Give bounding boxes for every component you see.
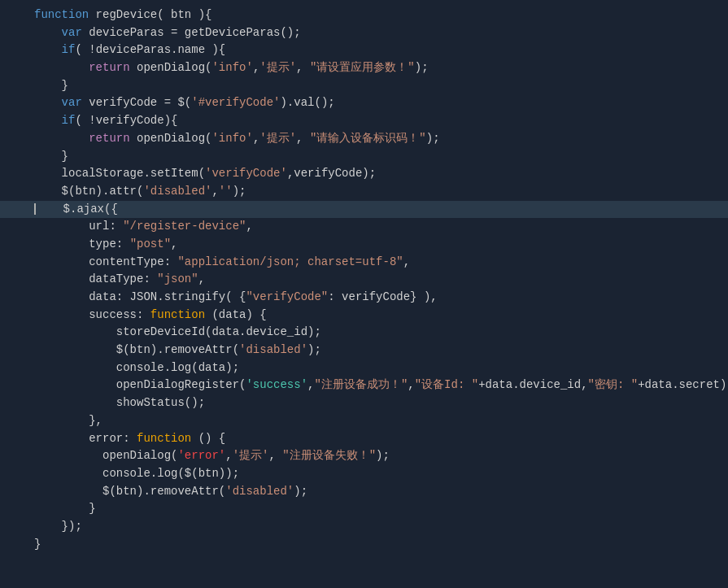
token: 'success': [246, 378, 307, 391]
token: }: [34, 538, 41, 551]
token: ,: [225, 449, 232, 462]
token: 'disabled': [239, 343, 307, 356]
token: return: [89, 132, 129, 145]
line-content: error: function () {: [29, 430, 728, 448]
code-line: }: [0, 148, 728, 166]
code-line: $.ajax({: [0, 201, 728, 219]
token: ).val();: [280, 96, 334, 109]
code-line: localStorage.setItem('verifyCode',verify…: [0, 165, 728, 183]
token: var: [62, 96, 82, 109]
code-editor: function regDevice( btn ){ var devicePar…: [0, 0, 728, 588]
line-content: },: [29, 412, 728, 430]
token: 'info': [211, 61, 252, 74]
token: +data.secret);: [638, 378, 728, 391]
token: $(btn).attr(: [34, 185, 143, 198]
code-line: showStatus();: [0, 394, 728, 412]
token: );: [307, 343, 321, 356]
token: ,: [408, 378, 414, 391]
line-content: var verifyCode = $('#verifyCode').val();: [29, 94, 728, 112]
token: type:: [34, 237, 130, 250]
token: "注册设备失败！": [282, 449, 376, 462]
token: ,: [403, 255, 410, 268]
token: localStorage.setItem(: [34, 167, 205, 180]
code-line: success: function (data) {: [0, 307, 728, 324]
line-content: }: [29, 148, 728, 166]
token: error:: [34, 432, 137, 445]
token: }: [34, 79, 68, 92]
token: openDialog(: [130, 61, 212, 74]
token: '提示': [259, 132, 296, 145]
code-line: }: [0, 536, 728, 554]
token: '#verifyCode': [191, 96, 280, 109]
token: "application/json; charset=utf-8": [177, 255, 403, 268]
code-line: var verifyCode = $('#verifyCode').val();: [0, 94, 728, 112]
code-line: error: function () {: [0, 430, 728, 448]
line-content: }: [29, 77, 728, 95]
code-line: });: [0, 518, 728, 536]
token: [34, 43, 62, 56]
token: [34, 132, 89, 145]
token: );: [294, 485, 307, 498]
token: ,: [171, 237, 177, 250]
line-content: openDialog('error','提示', "注册设备失败！");: [29, 447, 728, 465]
line-content: if( !verifyCode){: [29, 112, 728, 130]
line-content: }: [29, 536, 728, 554]
token: openDialog(: [34, 449, 177, 462]
token: ,verifyCode);: [287, 167, 376, 180]
line-content: storeDeviceId(data.device_id);: [29, 324, 728, 342]
code-line: console.log(data);: [0, 359, 728, 377]
token: ,: [198, 272, 205, 285]
code-line: openDialogRegister('success',"注册设备成功！","…: [0, 377, 728, 394]
line-content: $(btn).removeAttr('disabled');: [29, 483, 728, 501]
token: "json": [157, 272, 198, 285]
line-content: $.ajax({: [29, 201, 728, 219]
code-line: function regDevice( btn ){: [0, 7, 728, 24]
code-line: return openDialog('info','提示', "请设置应用参数！…: [0, 59, 728, 77]
token: '': [219, 185, 233, 198]
line-content: return openDialog('info','提示', "请设置应用参数！…: [29, 59, 728, 77]
token: '提示': [259, 61, 296, 74]
token: 'verifyCode': [205, 167, 287, 180]
token: }: [34, 502, 96, 515]
token: showStatus();: [34, 396, 205, 409]
token: "设备Id: ": [415, 378, 478, 391]
line-content: localStorage.setItem('verifyCode',verify…: [29, 165, 728, 183]
code-line: }: [0, 77, 728, 95]
line-content: }: [29, 500, 728, 518]
line-content: function regDevice( btn ){: [29, 7, 728, 24]
code-line: type: "post",: [0, 236, 728, 254]
code-line: if( !verifyCode){: [0, 112, 728, 130]
token: +data.device_id,: [478, 378, 587, 391]
line-content: url: "/register-device",: [29, 218, 728, 236]
token: $.ajax({: [36, 203, 118, 216]
token: contentType:: [34, 255, 177, 268]
token: data: JSON.stringify( {: [34, 290, 246, 303]
token: "请输入设备标识码！": [310, 132, 426, 145]
token: "密钥: ": [588, 378, 639, 391]
line-content: showStatus();: [29, 394, 728, 412]
code-line: },: [0, 412, 728, 430]
line-content: openDialogRegister('success',"注册设备成功！","…: [29, 377, 728, 394]
line-content: $(btn).removeAttr('disabled');: [29, 342, 728, 359]
code-line: if( !deviceParas.name ){: [0, 41, 728, 59]
token: [34, 61, 89, 74]
code-line: $(btn).attr('disabled','');: [0, 183, 728, 201]
token: );: [426, 132, 440, 145]
token: return: [89, 61, 129, 74]
token: 'info': [211, 132, 252, 145]
code-line: dataType: "json",: [0, 271, 728, 289]
token: $(btn).removeAttr(: [34, 343, 239, 356]
token: '提示': [233, 449, 269, 462]
token: ,: [268, 449, 282, 462]
line-content: success: function (data) {: [29, 307, 728, 324]
token: success:: [34, 308, 150, 321]
token: var: [62, 26, 82, 39]
code-line: }: [0, 500, 728, 518]
code-line: return openDialog('info','提示', "请输入设备标识码…: [0, 130, 728, 148]
token: ,: [211, 185, 218, 198]
line-content: data: JSON.stringify( {"verifyCode": ver…: [29, 289, 728, 307]
line-content: });: [29, 518, 728, 536]
token: : verifyCode} ),: [328, 290, 437, 303]
token: 'disabled': [225, 485, 294, 498]
line-content: contentType: "application/json; charset=…: [29, 254, 728, 272]
